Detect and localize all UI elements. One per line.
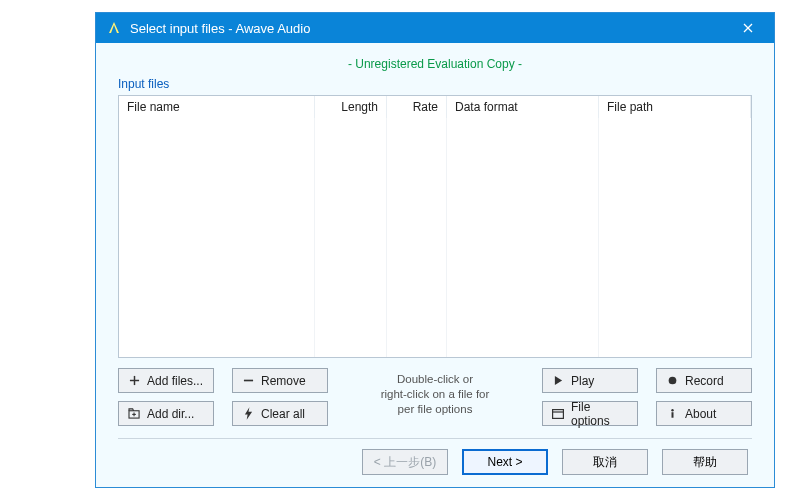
col-header-path[interactable]: File path — [599, 96, 751, 118]
evaluation-banner: - Unregistered Evaluation Copy - — [348, 57, 522, 71]
play-icon — [551, 374, 565, 388]
hint-line2: right-click on a file for — [346, 387, 524, 402]
hint-line1: Double-click or — [346, 372, 524, 387]
about-button[interactable]: About — [656, 401, 752, 426]
window-title: Select input files - Awave Audio — [130, 21, 728, 36]
input-files-group: Input files File name Length Rate Data f… — [118, 77, 752, 426]
close-button[interactable] — [728, 13, 768, 43]
add-files-label: Add files... — [147, 374, 203, 388]
col-header-name[interactable]: File name — [119, 96, 315, 118]
file-options-label: File options — [571, 400, 629, 428]
file-options-button[interactable]: File options — [542, 401, 638, 426]
wizard-footer: < 上一步(B) Next > 取消 帮助 — [118, 449, 752, 475]
titlebar: Select input files - Awave Audio — [96, 13, 774, 43]
clear-all-label: Clear all — [261, 407, 305, 421]
svg-rect-12 — [671, 412, 673, 418]
window-icon — [551, 407, 565, 421]
plus-icon — [127, 374, 141, 388]
about-label: About — [685, 407, 716, 421]
clear-all-button[interactable]: Clear all — [232, 401, 328, 426]
add-dir-label: Add dir... — [147, 407, 194, 421]
cancel-button[interactable]: 取消 — [562, 449, 648, 475]
col-header-format[interactable]: Data format — [447, 96, 599, 118]
col-header-length[interactable]: Length — [315, 96, 387, 118]
svg-rect-8 — [553, 409, 564, 418]
play-label: Play — [571, 374, 594, 388]
dialog-body: - Unregistered Evaluation Copy - Input f… — [96, 43, 774, 487]
svg-point-10 — [668, 377, 676, 385]
col-header-rate[interactable]: Rate — [387, 96, 447, 118]
next-button[interactable]: Next > — [462, 449, 548, 475]
record-label: Record — [685, 374, 724, 388]
lightning-icon — [241, 407, 255, 421]
add-files-button[interactable]: Add files... — [118, 368, 214, 393]
dialog-window: Select input files - Awave Audio - Unreg… — [95, 12, 775, 488]
table-body[interactable] — [119, 118, 751, 357]
back-button: < 上一步(B) — [362, 449, 448, 475]
hint-text: Double-click or right-click on a file fo… — [346, 368, 524, 417]
action-button-row: Add files... Add dir... — [118, 368, 752, 426]
app-icon — [106, 20, 122, 36]
file-table[interactable]: File name Length Rate Data format File p… — [118, 95, 752, 358]
record-icon — [665, 374, 679, 388]
separator — [118, 438, 752, 439]
remove-label: Remove — [261, 374, 306, 388]
remove-button[interactable]: Remove — [232, 368, 328, 393]
table-header: File name Length Rate Data format File p… — [119, 96, 751, 118]
record-button[interactable]: Record — [656, 368, 752, 393]
group-label: Input files — [118, 77, 752, 91]
minus-icon — [241, 374, 255, 388]
svg-point-11 — [671, 409, 673, 411]
info-icon — [665, 407, 679, 421]
add-dir-button[interactable]: Add dir... — [118, 401, 214, 426]
folder-plus-icon — [127, 407, 141, 421]
play-button[interactable]: Play — [542, 368, 638, 393]
hint-line3: per file options — [346, 402, 524, 417]
help-button[interactable]: 帮助 — [662, 449, 748, 475]
